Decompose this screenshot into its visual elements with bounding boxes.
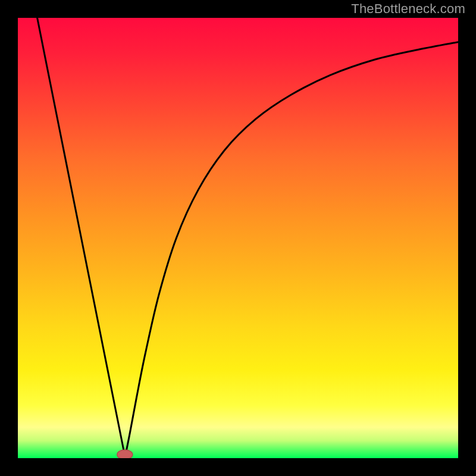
chart-frame: TheBottleneck.com [0,0,476,476]
minimum-marker [117,450,133,458]
bottleneck-curve [18,18,458,458]
curve-left-branch [37,18,125,458]
curve-right-branch [125,42,458,458]
plot-area [18,18,458,458]
watermark-text: TheBottleneck.com [351,1,465,17]
